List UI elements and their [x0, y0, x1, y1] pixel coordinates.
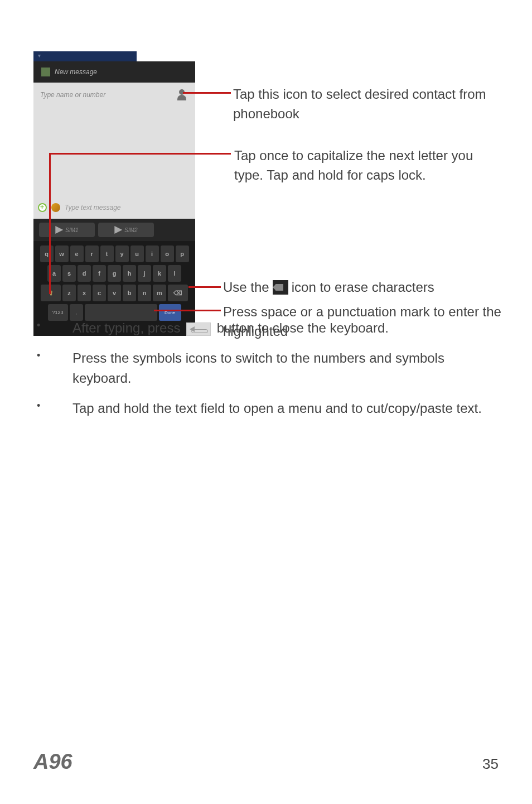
callout-line	[188, 286, 221, 288]
key-h[interactable]: h	[123, 265, 136, 282]
send-tabs: SIM1 SIM2	[33, 219, 195, 241]
callout-line	[154, 310, 221, 311]
send-sim1-button[interactable]: SIM1	[39, 223, 95, 237]
key-r[interactable]: r	[85, 245, 99, 262]
callout-line	[49, 153, 51, 294]
footer-page-number: 35	[482, 755, 499, 773]
signal-icon: ▾	[38, 52, 43, 58]
key-c[interactable]: c	[93, 285, 106, 301]
key-f[interactable]: f	[93, 265, 106, 282]
bullet-marker: •	[33, 318, 72, 338]
key-m[interactable]: m	[153, 285, 166, 301]
key-e[interactable]: e	[70, 245, 84, 262]
page-footer: A96 35	[33, 750, 499, 774]
recipient-field-row[interactable]: Type name or number	[33, 83, 195, 107]
list-item: • Tap and hold the text field to open a …	[33, 398, 485, 418]
recipient-placeholder: Type name or number	[33, 91, 177, 99]
send-icon	[55, 226, 63, 234]
key-o[interactable]: o	[161, 245, 174, 262]
key-l[interactable]: l	[168, 265, 181, 282]
key-w[interactable]: w	[55, 245, 69, 262]
bullet-list: • After typing, press button to close th…	[33, 318, 485, 429]
send-sim2-button[interactable]: SIM2	[98, 223, 154, 237]
list-item: • Press the symbols icons to switch to t…	[33, 348, 485, 388]
app-header-text: New message	[55, 68, 97, 76]
bullet-text-1: After typing, press button to close the …	[72, 318, 485, 338]
key-b[interactable]: b	[123, 285, 136, 301]
backspace-icon	[273, 280, 288, 295]
key-q[interactable]: q	[40, 245, 54, 262]
callout-erase-after: icon to erase characters	[292, 278, 434, 297]
compose-row: Type text message	[33, 196, 195, 219]
key-k[interactable]: k	[153, 265, 166, 282]
key-s[interactable]: s	[62, 265, 76, 282]
callout-erase: Use the icon to erase characters	[223, 278, 513, 297]
back-button-icon	[186, 322, 211, 336]
key-i[interactable]: i	[146, 245, 159, 262]
key-y[interactable]: y	[115, 245, 129, 262]
key-n[interactable]: n	[138, 285, 151, 301]
send-icon	[114, 226, 122, 234]
callout-contact-picker: Tap this icon to select desired contact …	[233, 85, 490, 124]
key-x[interactable]: x	[78, 285, 91, 301]
phone-status-bar: ▾	[33, 51, 137, 61]
phone-screenshot: ▾ New message Type name or number Type t…	[33, 51, 195, 336]
key-v[interactable]: v	[108, 285, 121, 301]
bullet-marker: •	[33, 398, 72, 418]
key-z[interactable]: z	[62, 285, 76, 301]
list-item: • After typing, press button to close th…	[33, 318, 485, 338]
key-p[interactable]: p	[176, 245, 189, 262]
keyboard-row-1: q w e r t y u i o p	[36, 245, 193, 262]
shift-key[interactable]: ⇧	[41, 285, 61, 301]
add-attachment-icon[interactable]	[38, 203, 47, 212]
bullet-text-2: Press the symbols icons to switch to the…	[72, 348, 485, 388]
keyboard-row-3: ⇧ z x c v b n m ⌫	[36, 285, 193, 301]
callout-shift-key: Tap once to capitalize the next letter y…	[234, 146, 491, 185]
phone-app-header: New message	[33, 61, 195, 83]
bullet-text-3: Tap and hold the text field to open a me…	[72, 398, 485, 418]
key-u[interactable]: u	[130, 245, 144, 262]
backspace-key[interactable]: ⌫	[168, 285, 188, 301]
keyboard-row-2: a s d f g h j k l	[36, 265, 193, 282]
callout-line	[49, 153, 231, 155]
emoji-icon[interactable]	[51, 203, 60, 212]
callout-line	[183, 92, 231, 94]
bullet-marker: •	[33, 348, 72, 388]
key-d[interactable]: d	[78, 265, 91, 282]
callout-erase-before: Use the	[223, 278, 269, 297]
message-body-area	[33, 107, 195, 196]
footer-model-label: A96	[33, 750, 72, 774]
contact-picker-icon[interactable]	[177, 89, 186, 100]
key-g[interactable]: g	[108, 265, 121, 282]
key-t[interactable]: t	[100, 245, 114, 262]
message-app-icon	[41, 68, 50, 76]
compose-placeholder: Type text message	[65, 204, 121, 211]
key-j[interactable]: j	[138, 265, 151, 282]
